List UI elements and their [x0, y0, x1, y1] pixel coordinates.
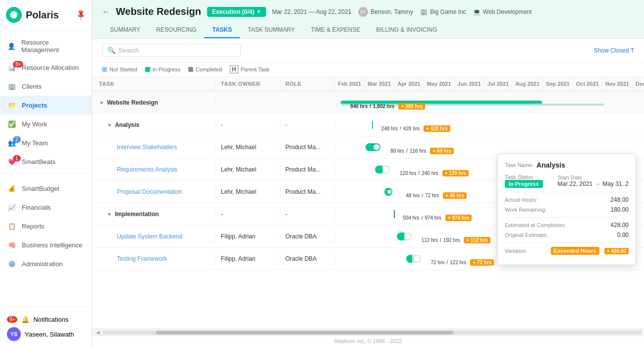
sidebar-item-projects[interactable]: 📁 Projects	[0, 96, 92, 115]
month-oct2021: Oct 2021	[573, 77, 602, 91]
app-name: Polaris	[26, 9, 59, 21]
task-toggle[interactable]	[375, 166, 390, 173]
search-box[interactable]: 🔍 Search	[102, 44, 241, 57]
tooltip-variation-label: Variation:	[505, 248, 528, 254]
task-name-cell: Requirements Analysis	[92, 163, 216, 176]
show-closed[interactable]: Show Closed T	[594, 47, 634, 54]
financials-icon: 📈	[7, 202, 17, 212]
department-meta: 💻 Web Development	[473, 8, 532, 15]
tab-task-summary[interactable]: TASK SUMMARY	[240, 22, 303, 38]
toolbar: 🔍 Search Show Closed T	[92, 39, 644, 62]
task-name-cell: Proposal Documentation	[92, 185, 216, 198]
task-owner-cell: Lehr, Michael	[216, 185, 280, 198]
task-owner-cell: -	[216, 118, 280, 131]
notifications-icon: 🔔	[21, 316, 29, 323]
month-apr2021: Apr 2021	[394, 77, 424, 91]
gantt-bar-cell: 248 hrs / 428 hrs + 428 hrs	[335, 114, 644, 136]
tab-tasks[interactable]: TASKS	[204, 22, 240, 38]
tooltip-task-name: Analysis	[537, 161, 565, 169]
task-name: Analysis	[115, 121, 139, 128]
task-toggle[interactable]	[384, 188, 392, 196]
scroll-left-icon[interactable]: ◀	[94, 330, 102, 335]
sidebar-item-my-work[interactable]: ✅ My Work	[0, 115, 92, 133]
hours-over-badge: + 302 hrs	[398, 103, 425, 110]
month-feb2021: Feb 2021	[335, 77, 365, 91]
notifications-row[interactable]: 9+ 🔔 Notifications	[7, 312, 85, 327]
header-meta: Mar 22, 2021 — Aug 22, 2021 BT Benson, T…	[272, 7, 532, 17]
task-toggle[interactable]	[366, 143, 380, 151]
task-name-cell: ▼ Implementation	[92, 208, 216, 221]
sidebar-item-my-team[interactable]: 2 👥 My Team	[0, 133, 92, 152]
projects-icon: 📁	[7, 100, 17, 110]
my-team-badge: 2	[13, 136, 21, 143]
sidebar-item-financials[interactable]: 📈 Financials	[0, 198, 92, 217]
sidebar-item-label: Business Intelligence	[22, 241, 82, 249]
sidebar-item-administration[interactable]: ⚙️ Administration	[0, 254, 92, 273]
col-role-header: ROLE	[280, 77, 335, 91]
sidebar-item-clients[interactable]: 🏢 Clients	[0, 77, 92, 96]
sidebar-item-label: SmartBeats	[22, 158, 55, 166]
smartbeats-badge: 1	[13, 155, 21, 162]
task-toggle[interactable]	[406, 255, 421, 263]
month-jul2021: Jul 2021	[484, 77, 512, 91]
sidebar-item-label: Administration	[22, 260, 62, 268]
task-name: Implementation	[115, 211, 159, 218]
back-button[interactable]: ←	[102, 7, 110, 16]
parent-task-icon: H	[230, 65, 238, 73]
scroll-thumb[interactable]	[156, 331, 453, 335]
tooltip-original-row: Original Estimate: 0.00	[505, 231, 629, 238]
svg-point-0	[10, 11, 18, 19]
tooltip-status-value: In Progress	[505, 180, 543, 188]
tooltip-start-date: Mar 22, 2021	[558, 180, 593, 187]
legend-in-progress-label: In Progress	[153, 66, 180, 72]
sidebar-item-reports[interactable]: 📋 Reports	[0, 217, 92, 235]
scroll-bar[interactable]	[102, 331, 642, 335]
company-name: Big Game Inc	[430, 8, 466, 15]
assignee-name: Benson, Tammy	[371, 8, 413, 15]
tab-time-expense[interactable]: TIME & EXPENSE	[303, 22, 368, 38]
legend-in-progress: In Progress	[145, 66, 180, 72]
tab-billing-invoicing[interactable]: BILLING & INVOICING	[368, 22, 445, 38]
expand-icon[interactable]: ▼	[99, 100, 104, 106]
task-toggle[interactable]	[397, 232, 412, 240]
pin-icon[interactable]: 📌	[74, 8, 88, 22]
task-name: Testing Framework	[117, 255, 167, 262]
status-badge[interactable]: Execution (0/4) ▼	[207, 7, 266, 17]
sidebar-item-resource-management[interactable]: 👤 Resource Management	[0, 34, 92, 58]
legend-not-started: Not Started	[102, 66, 137, 72]
user-row[interactable]: YS Yaseen, Silawath	[7, 327, 85, 341]
header-top: ← Website Redesign Execution (0/4) ▼ Mar…	[102, 6, 634, 17]
expand-icon[interactable]: ▼	[107, 212, 112, 217]
expand-icon[interactable]: ▼	[107, 122, 112, 128]
notifications-badge: 9+	[7, 316, 17, 323]
legend-parent-task: H Parent Task	[230, 65, 269, 73]
month-aug2021: Aug 2021	[512, 77, 543, 91]
sidebar-item-smartbeats[interactable]: 1 💗 SmartBeats	[0, 152, 92, 171]
smartbudget-icon: 💰	[7, 183, 17, 193]
completed-dot	[188, 67, 193, 72]
month-dec2021: Dec 2021	[633, 77, 644, 91]
sidebar-item-business-intelligence[interactable]: 🧠 Business Intelligence	[0, 235, 92, 254]
task-owner-cell: Lehr, Michael	[216, 141, 280, 154]
tooltip-exceeded-value: + 428.00	[604, 248, 629, 254]
search-placeholder: Search	[118, 47, 139, 54]
sidebar-item-smartbudget[interactable]: 💰 SmartBudget	[0, 179, 92, 198]
tooltip-original: 0.00	[617, 231, 629, 238]
assignee-avatar: BT	[358, 7, 368, 17]
tooltip-eac-row: Estimated at Completion: 428.00	[505, 222, 629, 229]
in-progress-dot	[145, 67, 150, 72]
resource-management-icon: 👤	[7, 41, 16, 51]
legend-not-started-label: Not Started	[109, 66, 137, 72]
tab-resourcing[interactable]: RESOURCING	[148, 22, 204, 38]
month-jun2021: Jun 2021	[455, 77, 484, 91]
tab-summary[interactable]: SUMMARY	[102, 22, 148, 38]
table-row: ▼ Website Redesign 840 hrs / 1,802 hrs +…	[92, 92, 644, 114]
task-role-cell: Product Ma...	[280, 163, 335, 176]
task-name-cell: Update System Backend	[92, 230, 216, 243]
table-row: ▼ Analysis - - 248 hrs / 428 hrs + 428 h…	[92, 114, 644, 136]
sidebar-item-resource-allocation[interactable]: 9+ 📊 Resource Allocation	[0, 58, 92, 77]
task-name-cell: ▼ Website Redesign	[92, 96, 216, 109]
task-name-cell: ▼ Analysis	[92, 118, 216, 131]
task-hours-actual: 840 hrs	[350, 104, 368, 109]
task-role-cell: Product Ma...	[280, 185, 335, 198]
